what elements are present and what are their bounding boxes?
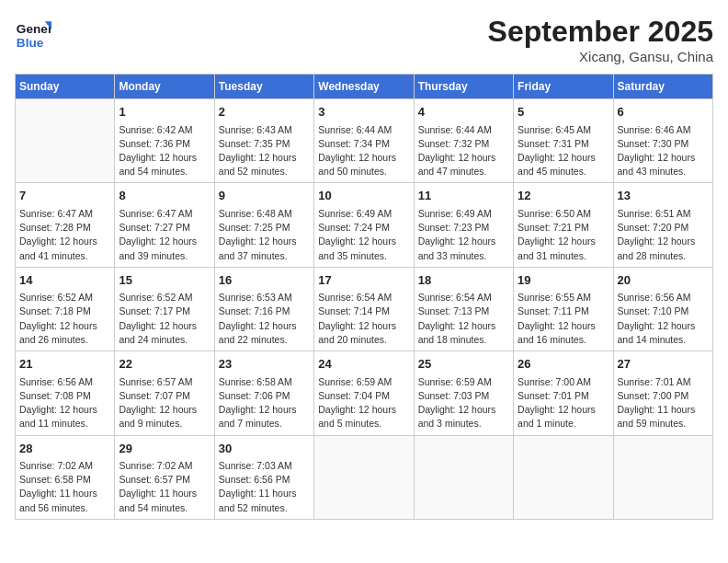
day-number: 13 — [618, 187, 709, 205]
calendar-day-cell: 22Sunrise: 6:57 AMSunset: 7:07 PMDayligh… — [115, 351, 214, 435]
calendar-week-row: 14Sunrise: 6:52 AMSunset: 7:18 PMDayligh… — [16, 267, 713, 350]
calendar-day-cell: 30Sunrise: 7:03 AMSunset: 6:56 PMDayligh… — [214, 435, 313, 519]
calendar-day-cell: 20Sunrise: 6:56 AMSunset: 7:10 PMDayligh… — [613, 267, 712, 350]
calendar-day-cell: 10Sunrise: 6:49 AMSunset: 7:24 PMDayligh… — [314, 183, 414, 267]
calendar-day-cell: 9Sunrise: 6:48 AMSunset: 7:25 PMDaylight… — [214, 183, 313, 267]
day-info: Sunrise: 6:43 AMSunset: 7:35 PMDaylight:… — [219, 123, 310, 179]
calendar-day-cell: 14Sunrise: 6:52 AMSunset: 7:18 PMDayligh… — [16, 267, 115, 350]
day-info: Sunrise: 7:01 AMSunset: 7:00 PMDaylight:… — [618, 375, 709, 431]
svg-text:Blue: Blue — [17, 36, 44, 50]
calendar-day-cell: 21Sunrise: 6:56 AMSunset: 7:08 PMDayligh… — [16, 351, 115, 435]
day-of-week-header: Friday — [514, 75, 613, 99]
day-number: 26 — [518, 355, 609, 373]
day-number: 21 — [19, 355, 110, 373]
day-info: Sunrise: 6:52 AMSunset: 7:17 PMDaylight:… — [119, 291, 210, 347]
calendar-week-row: 21Sunrise: 6:56 AMSunset: 7:08 PMDayligh… — [16, 351, 713, 435]
day-info: Sunrise: 6:54 AMSunset: 7:14 PMDaylight:… — [318, 291, 409, 347]
calendar-week-row: 7Sunrise: 6:47 AMSunset: 7:28 PMDaylight… — [16, 183, 713, 267]
day-number: 8 — [119, 187, 210, 205]
day-of-week-header: Monday — [115, 75, 214, 99]
day-info: Sunrise: 6:46 AMSunset: 7:30 PMDaylight:… — [618, 123, 709, 179]
day-number: 19 — [518, 271, 609, 290]
day-info: Sunrise: 7:02 AMSunset: 6:58 PMDaylight:… — [19, 459, 110, 515]
calendar-day-cell: 28Sunrise: 7:02 AMSunset: 6:58 PMDayligh… — [16, 435, 115, 519]
day-of-week-header: Wednesday — [314, 75, 414, 99]
day-info: Sunrise: 6:56 AMSunset: 7:10 PMDaylight:… — [618, 291, 709, 347]
day-info: Sunrise: 6:47 AMSunset: 7:28 PMDaylight:… — [19, 207, 110, 263]
day-info: Sunrise: 6:45 AMSunset: 7:31 PMDaylight:… — [518, 123, 609, 179]
day-number: 23 — [219, 355, 310, 373]
day-info: Sunrise: 6:59 AMSunset: 7:04 PMDaylight:… — [318, 375, 409, 431]
calendar-day-cell — [314, 435, 414, 519]
calendar-day-cell: 23Sunrise: 6:58 AMSunset: 7:06 PMDayligh… — [214, 351, 313, 435]
day-info: Sunrise: 7:02 AMSunset: 6:57 PMDaylight:… — [119, 459, 210, 515]
calendar-day-cell — [414, 435, 513, 519]
day-number: 22 — [119, 355, 210, 373]
calendar-day-cell: 17Sunrise: 6:54 AMSunset: 7:14 PMDayligh… — [314, 267, 414, 350]
day-number: 15 — [119, 271, 210, 290]
calendar-day-cell: 5Sunrise: 6:45 AMSunset: 7:31 PMDaylight… — [514, 99, 613, 183]
day-info: Sunrise: 6:44 AMSunset: 7:34 PMDaylight:… — [318, 123, 409, 179]
day-number: 18 — [418, 271, 509, 290]
day-of-week-header: Sunday — [16, 75, 115, 99]
day-info: Sunrise: 6:57 AMSunset: 7:07 PMDaylight:… — [119, 375, 210, 431]
calendar-day-cell: 13Sunrise: 6:51 AMSunset: 7:20 PMDayligh… — [613, 183, 712, 267]
day-number: 7 — [19, 187, 110, 205]
day-info: Sunrise: 6:47 AMSunset: 7:27 PMDaylight:… — [119, 207, 210, 263]
calendar-day-cell — [16, 99, 115, 183]
calendar-day-cell: 27Sunrise: 7:01 AMSunset: 7:00 PMDayligh… — [613, 351, 712, 435]
day-info: Sunrise: 6:42 AMSunset: 7:36 PMDaylight:… — [119, 123, 210, 179]
calendar-day-cell: 15Sunrise: 6:52 AMSunset: 7:17 PMDayligh… — [115, 267, 214, 350]
day-info: Sunrise: 6:48 AMSunset: 7:25 PMDaylight:… — [219, 207, 310, 263]
calendar-header-row: SundayMondayTuesdayWednesdayThursdayFrid… — [16, 75, 713, 99]
day-number: 11 — [418, 187, 509, 205]
day-info: Sunrise: 6:49 AMSunset: 7:23 PMDaylight:… — [418, 207, 509, 263]
svg-text:General: General — [17, 22, 51, 36]
day-number: 3 — [318, 103, 409, 121]
logo-icon: General Blue — [15, 15, 51, 52]
calendar-day-cell: 18Sunrise: 6:54 AMSunset: 7:13 PMDayligh… — [414, 267, 513, 350]
day-info: Sunrise: 6:54 AMSunset: 7:13 PMDaylight:… — [418, 291, 509, 347]
day-number: 28 — [19, 440, 110, 458]
day-info: Sunrise: 6:52 AMSunset: 7:18 PMDaylight:… — [19, 291, 110, 347]
calendar-day-cell: 16Sunrise: 6:53 AMSunset: 7:16 PMDayligh… — [214, 267, 313, 350]
day-number: 20 — [618, 271, 709, 290]
calendar-day-cell: 12Sunrise: 6:50 AMSunset: 7:21 PMDayligh… — [514, 183, 613, 267]
day-number: 1 — [119, 103, 210, 121]
title-block: September 2025 Xicang, Gansu, China — [488, 15, 713, 64]
calendar-day-cell: 1Sunrise: 6:42 AMSunset: 7:36 PMDaylight… — [115, 99, 214, 183]
day-number: 17 — [318, 271, 409, 290]
day-number: 29 — [119, 440, 210, 458]
calendar-day-cell: 24Sunrise: 6:59 AMSunset: 7:04 PMDayligh… — [314, 351, 414, 435]
day-info: Sunrise: 6:58 AMSunset: 7:06 PMDaylight:… — [219, 375, 310, 431]
calendar-table: SundayMondayTuesdayWednesdayThursdayFrid… — [15, 74, 713, 520]
day-number: 5 — [518, 103, 609, 121]
day-info: Sunrise: 6:44 AMSunset: 7:32 PMDaylight:… — [418, 123, 509, 179]
calendar-day-cell: 25Sunrise: 6:59 AMSunset: 7:03 PMDayligh… — [414, 351, 513, 435]
calendar-day-cell: 19Sunrise: 6:55 AMSunset: 7:11 PMDayligh… — [514, 267, 613, 350]
calendar-day-cell: 11Sunrise: 6:49 AMSunset: 7:23 PMDayligh… — [414, 183, 513, 267]
day-info: Sunrise: 6:50 AMSunset: 7:21 PMDaylight:… — [518, 207, 609, 263]
day-number: 10 — [318, 187, 409, 205]
day-number: 9 — [219, 187, 310, 205]
day-number: 30 — [219, 440, 310, 458]
calendar-day-cell: 26Sunrise: 7:00 AMSunset: 7:01 PMDayligh… — [514, 351, 613, 435]
day-number: 12 — [518, 187, 609, 205]
month-title: September 2025 — [488, 15, 713, 49]
calendar-day-cell: 2Sunrise: 6:43 AMSunset: 7:35 PMDaylight… — [214, 99, 313, 183]
calendar-week-row: 28Sunrise: 7:02 AMSunset: 6:58 PMDayligh… — [16, 435, 713, 519]
day-info: Sunrise: 6:55 AMSunset: 7:11 PMDaylight:… — [518, 291, 609, 347]
day-number: 2 — [219, 103, 310, 121]
day-number: 27 — [618, 355, 709, 373]
day-of-week-header: Tuesday — [214, 75, 313, 99]
day-info: Sunrise: 6:59 AMSunset: 7:03 PMDaylight:… — [418, 375, 509, 431]
location: Xicang, Gansu, China — [488, 49, 713, 64]
day-number: 24 — [318, 355, 409, 373]
day-info: Sunrise: 6:49 AMSunset: 7:24 PMDaylight:… — [318, 207, 409, 263]
page-header: General Blue September 2025 Xicang, Gans… — [15, 15, 713, 64]
calendar-day-cell — [613, 435, 712, 519]
day-info: Sunrise: 7:03 AMSunset: 6:56 PMDaylight:… — [219, 459, 310, 515]
calendar-day-cell: 4Sunrise: 6:44 AMSunset: 7:32 PMDaylight… — [414, 99, 513, 183]
calendar-day-cell: 7Sunrise: 6:47 AMSunset: 7:28 PMDaylight… — [16, 183, 115, 267]
calendar-day-cell: 8Sunrise: 6:47 AMSunset: 7:27 PMDaylight… — [115, 183, 214, 267]
